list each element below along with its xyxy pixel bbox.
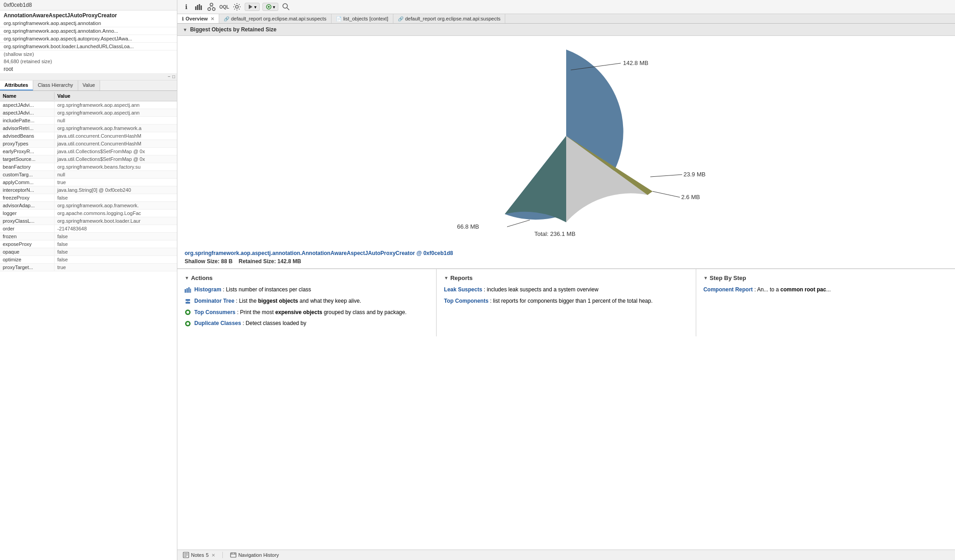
attr-name: exposeProxy [0, 240, 55, 248]
duplicate-link[interactable]: Duplicate Classes [194, 320, 241, 326]
main-content: ▼ Biggest Objects by Retained Size [177, 24, 955, 550]
table-row: optimizefalse [0, 256, 177, 264]
retained-value: 142.8 MB [277, 258, 301, 265]
top-consumers-link[interactable]: Top Consumers [194, 309, 235, 315]
attributes-table: Name Value aspectJAdvi...org.springframe… [0, 91, 177, 560]
minimize-button[interactable]: − [168, 74, 171, 79]
run-dropdown[interactable]: ▾ [245, 3, 260, 11]
actions-section: ▼ Actions Histogram : Lists number of in… [177, 269, 437, 336]
svg-rect-1 [197, 5, 198, 10]
attr-name: aspectJAdvi... [0, 101, 55, 109]
table-row: opaquefalse [0, 248, 177, 256]
report1-tab-icon: 🔗 [224, 16, 229, 21]
svg-rect-2 [199, 4, 200, 10]
shallow-label: Shallow Size: [185, 258, 220, 265]
list-item: org.springframework.aop.aspectj.autoprox… [0, 35, 177, 43]
table-row: proxyTarget...true [0, 264, 177, 271]
attr-value: org.springframework.aop.framework.a [55, 125, 177, 132]
leak-suspects-desc: : includes leak suspects and a system ov… [484, 286, 598, 293]
actions-collapse-icon[interactable]: ▼ [185, 275, 189, 280]
section-toggle-icon[interactable]: ▼ [183, 27, 187, 32]
pie-chart: 142.8 MB 23.9 MB 2.6 MB 66.8 MB Total: 2… [402, 45, 730, 237]
table-row: advisorAdap...org.springframework.aop.fr… [0, 202, 177, 210]
label-line-66 [507, 220, 530, 227]
reports-title: ▼ Reports [444, 275, 688, 281]
notes-item[interactable]: Notes 5 ✕ [183, 552, 215, 558]
tab-overview[interactable]: ℹ Overview ✕ [177, 14, 219, 23]
notes-close[interactable]: ✕ [211, 553, 215, 558]
overview-tab-close[interactable]: ✕ [211, 16, 214, 21]
info-icon[interactable]: ℹ [181, 2, 191, 12]
table-row: exposeProxyfalse [0, 240, 177, 248]
tab-value[interactable]: Value [78, 80, 100, 90]
table-row: interceptorN...java.lang.String[0] @ 0xf… [0, 186, 177, 194]
maximize-button[interactable]: □ [172, 74, 175, 79]
tab-default-report-1[interactable]: 🔗 default_report org.eclipse.mat.api:sus… [219, 14, 332, 23]
attr-name: beanFactory [0, 163, 55, 170]
svg-point-25 [186, 322, 189, 325]
histogram-toolbar-icon[interactable] [194, 2, 204, 12]
overview-tab-icon: ℹ [182, 16, 184, 21]
settings-icon[interactable] [232, 2, 242, 12]
segment-66mb [505, 136, 566, 222]
tab-class-hierarchy[interactable]: Class Hierarchy [33, 80, 78, 90]
histogram-desc: : Lists number of instances per class [223, 286, 311, 293]
nav-history-label: Navigation History [238, 552, 279, 558]
dominator-icon[interactable] [206, 2, 216, 12]
object-full-name: org.springframework.aop.aspectj.annotati… [185, 250, 948, 256]
shallow-value: 88 B [221, 258, 232, 265]
nav-history-icon [230, 552, 236, 558]
svg-rect-30 [231, 553, 236, 557]
attr-value: false [55, 233, 177, 240]
attr-value: org.springframework.aop.aspectj.ann [55, 101, 177, 109]
attr-value: java.util.Collections$SetFromMap @ 0x [55, 148, 177, 155]
top-consumers-desc: : Print the most expensive objects group… [237, 309, 407, 315]
attr-name: frozen [0, 233, 55, 240]
table-row: proxyClassL...org.springframework.boot.l… [0, 217, 177, 225]
minimize-bar: − □ [0, 73, 177, 80]
dominator-link[interactable]: Dominator Tree [194, 298, 234, 304]
oql-icon[interactable]: OQL [219, 2, 229, 12]
table-row: advisedBeansjava.util.concurrent.Concurr… [0, 132, 177, 140]
reports-collapse-icon[interactable]: ▼ [444, 275, 448, 280]
tab-default-report-2[interactable]: 🔗 default_report org.eclipse.mat.api:sus… [393, 14, 506, 23]
tab-list-objects[interactable]: 📄 list_objects [context] [332, 14, 393, 23]
component-report-link[interactable]: Component Report [704, 286, 753, 293]
attr-value: org.springframework.aop.framework. [55, 202, 177, 209]
toolbar: ℹ OQL ▾ ▾ [177, 0, 955, 14]
svg-line-14 [287, 8, 289, 10]
attr-value: false [55, 194, 177, 201]
attr-value: false [55, 240, 177, 248]
tab-attributes[interactable]: Attributes [0, 80, 33, 90]
actions-title: ▼ Actions [185, 275, 429, 281]
report1-tab-label: default_report org.eclipse.mat.api:suspe… [231, 16, 327, 21]
notes-icon [183, 552, 189, 558]
section-title: Biggest Objects by Retained Size [190, 26, 276, 33]
filter-dropdown[interactable]: ▾ [262, 3, 278, 11]
attr-name: aspectJAdvi... [0, 109, 55, 116]
leak-suspects-link[interactable]: Leak Suspects [444, 286, 482, 293]
table-row: frozenfalse [0, 233, 177, 240]
retained-label: Retained Size: [239, 258, 276, 265]
histogram-link[interactable]: Histogram [194, 286, 221, 293]
attr-name: logger [0, 210, 55, 217]
label-142mb: 142.8 MB [623, 60, 648, 66]
notes-label: Notes [191, 552, 204, 558]
dominator-desc: : List the biggest objects and what they… [236, 298, 361, 304]
histogram-icon [185, 287, 191, 293]
top-components-link[interactable]: Top Components [444, 298, 488, 304]
attr-name: proxyTypes [0, 140, 55, 147]
search-icon[interactable] [281, 2, 291, 12]
package-list: org.springframework.aop.aspectj.annotati… [0, 20, 177, 50]
svg-rect-18 [190, 289, 191, 293]
listobj-tab-icon: 📄 [336, 16, 342, 21]
list-item: org.springframework.aop.aspectj.annotati… [0, 27, 177, 35]
report2-tab-icon: 🔗 [398, 16, 403, 21]
table-row: advisorRetri...org.springframework.aop.f… [0, 125, 177, 132]
table-row: order-2147483648 [0, 225, 177, 233]
duplicate-icon [185, 320, 191, 327]
step-collapse-icon[interactable]: ▼ [704, 275, 708, 280]
attr-name: freezeProxy [0, 194, 55, 201]
svg-rect-15 [185, 289, 186, 293]
nav-history-item[interactable]: Navigation History [230, 552, 279, 558]
